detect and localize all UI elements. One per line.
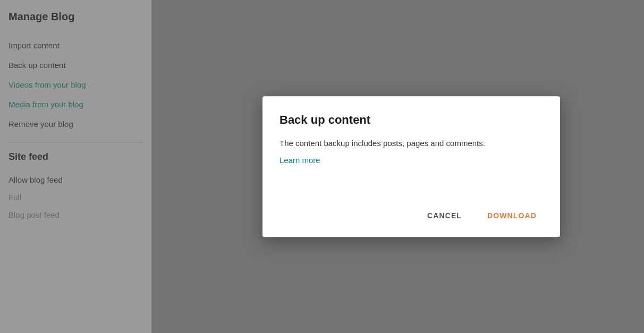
backup-modal: Back up content The content backup inclu…: [262, 96, 560, 237]
cancel-button[interactable]: CANCEL: [421, 207, 468, 224]
learn-more-link[interactable]: Learn more: [279, 156, 320, 165]
download-button[interactable]: DOWNLOAD: [481, 207, 543, 224]
modal-actions: CANCEL DOWNLOAD: [279, 207, 543, 224]
modal-body-text: The content backup includes posts, pages…: [279, 138, 543, 150]
modal-title: Back up content: [279, 113, 543, 127]
